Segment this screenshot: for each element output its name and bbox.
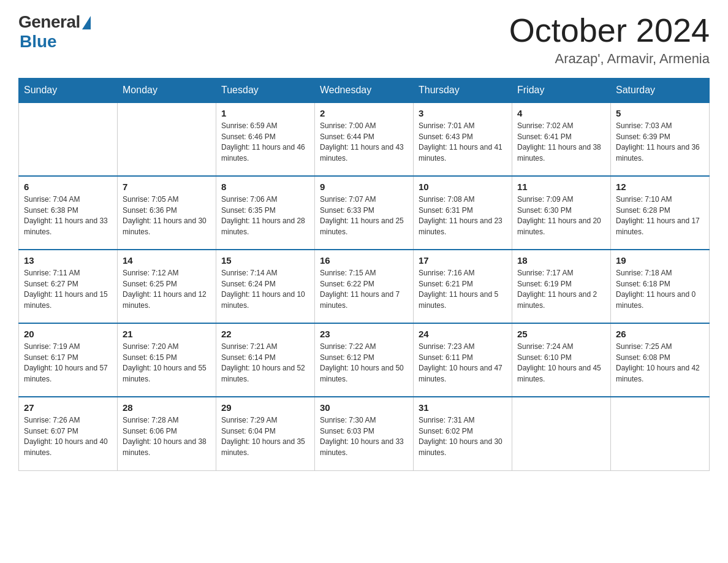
day-number: 9 [320, 182, 408, 192]
day-info: Sunrise: 7:26 AMSunset: 6:07 PMDaylight:… [24, 415, 112, 458]
calendar-day-cell: 26Sunrise: 7:25 AMSunset: 6:08 PMDayligh… [611, 323, 710, 397]
day-of-week-header: Thursday [414, 79, 512, 103]
calendar-day-cell: 7Sunrise: 7:05 AMSunset: 6:36 PMDaylight… [118, 176, 216, 250]
calendar-week-row: 20Sunrise: 7:19 AMSunset: 6:17 PMDayligh… [19, 323, 710, 397]
calendar-day-cell: 28Sunrise: 7:28 AMSunset: 6:06 PMDayligh… [118, 397, 216, 470]
day-number: 17 [419, 255, 507, 266]
day-number: 28 [123, 402, 211, 413]
calendar-day-cell [19, 102, 118, 176]
day-of-week-header: Tuesday [216, 79, 315, 103]
calendar-day-cell: 3Sunrise: 7:01 AMSunset: 6:43 PMDaylight… [414, 102, 512, 176]
calendar-day-cell: 11Sunrise: 7:09 AMSunset: 6:30 PMDayligh… [512, 176, 611, 250]
day-number: 14 [123, 255, 211, 266]
calendar-day-cell [118, 102, 216, 176]
calendar-table: SundayMondayTuesdayWednesdayThursdayFrid… [18, 78, 710, 471]
calendar-day-cell: 12Sunrise: 7:10 AMSunset: 6:28 PMDayligh… [611, 176, 710, 250]
day-info: Sunrise: 7:28 AMSunset: 6:06 PMDaylight:… [123, 415, 211, 458]
calendar-day-cell: 22Sunrise: 7:21 AMSunset: 6:14 PMDayligh… [216, 323, 315, 397]
day-number: 23 [320, 329, 408, 339]
day-info: Sunrise: 7:05 AMSunset: 6:36 PMDaylight:… [123, 194, 211, 237]
day-info: Sunrise: 7:10 AMSunset: 6:28 PMDaylight:… [616, 194, 704, 237]
calendar-week-row: 13Sunrise: 7:11 AMSunset: 6:27 PMDayligh… [19, 250, 710, 323]
day-number: 7 [123, 182, 211, 192]
calendar-day-cell: 25Sunrise: 7:24 AMSunset: 6:10 PMDayligh… [512, 323, 611, 397]
logo-general-text: General [18, 12, 80, 32]
calendar-day-cell: 16Sunrise: 7:15 AMSunset: 6:22 PMDayligh… [315, 250, 414, 323]
calendar-day-cell: 20Sunrise: 7:19 AMSunset: 6:17 PMDayligh… [19, 323, 118, 397]
calendar-day-cell: 2Sunrise: 7:00 AMSunset: 6:44 PMDaylight… [315, 102, 414, 176]
day-info: Sunrise: 7:03 AMSunset: 6:39 PMDaylight:… [616, 121, 704, 164]
day-of-week-header: Sunday [19, 79, 118, 103]
calendar-day-cell: 23Sunrise: 7:22 AMSunset: 6:12 PMDayligh… [315, 323, 414, 397]
day-info: Sunrise: 7:00 AMSunset: 6:44 PMDaylight:… [320, 121, 408, 164]
calendar-week-row: 6Sunrise: 7:04 AMSunset: 6:38 PMDaylight… [19, 176, 710, 250]
day-info: Sunrise: 7:30 AMSunset: 6:03 PMDaylight:… [320, 415, 408, 458]
page-header: General Blue October 2024 Arazap', Armav… [18, 12, 710, 67]
day-info: Sunrise: 7:18 AMSunset: 6:18 PMDaylight:… [616, 268, 704, 311]
calendar-day-cell: 31Sunrise: 7:31 AMSunset: 6:02 PMDayligh… [414, 397, 512, 470]
calendar-day-cell: 1Sunrise: 6:59 AMSunset: 6:46 PMDaylight… [216, 102, 315, 176]
calendar-day-cell: 21Sunrise: 7:20 AMSunset: 6:15 PMDayligh… [118, 323, 216, 397]
calendar-day-cell: 10Sunrise: 7:08 AMSunset: 6:31 PMDayligh… [414, 176, 512, 250]
day-info: Sunrise: 6:59 AMSunset: 6:46 PMDaylight:… [221, 121, 309, 164]
day-info: Sunrise: 7:22 AMSunset: 6:12 PMDaylight:… [320, 342, 408, 385]
logo-blue-text: Blue [20, 32, 57, 52]
calendar-day-cell: 13Sunrise: 7:11 AMSunset: 6:27 PMDayligh… [19, 250, 118, 323]
day-number: 19 [616, 255, 704, 266]
calendar-day-cell: 24Sunrise: 7:23 AMSunset: 6:11 PMDayligh… [414, 323, 512, 397]
day-number: 15 [221, 255, 309, 266]
day-info: Sunrise: 7:21 AMSunset: 6:14 PMDaylight:… [221, 342, 309, 385]
day-number: 29 [221, 402, 309, 413]
day-info: Sunrise: 7:07 AMSunset: 6:33 PMDaylight:… [320, 194, 408, 237]
calendar-day-cell: 5Sunrise: 7:03 AMSunset: 6:39 PMDaylight… [611, 102, 710, 176]
day-number: 1 [221, 108, 309, 118]
calendar-day-cell: 27Sunrise: 7:26 AMSunset: 6:07 PMDayligh… [19, 397, 118, 470]
day-info: Sunrise: 7:23 AMSunset: 6:11 PMDaylight:… [419, 342, 507, 385]
calendar-week-row: 1Sunrise: 6:59 AMSunset: 6:46 PMDaylight… [19, 102, 710, 176]
day-info: Sunrise: 7:31 AMSunset: 6:02 PMDaylight:… [419, 415, 507, 458]
day-number: 25 [517, 329, 605, 339]
day-info: Sunrise: 7:29 AMSunset: 6:04 PMDaylight:… [221, 415, 309, 458]
day-info: Sunrise: 7:16 AMSunset: 6:21 PMDaylight:… [419, 268, 507, 311]
day-number: 24 [419, 329, 507, 339]
day-number: 2 [320, 108, 408, 118]
day-of-week-header: Friday [512, 79, 611, 103]
day-info: Sunrise: 7:06 AMSunset: 6:35 PMDaylight:… [221, 194, 309, 237]
calendar-day-cell: 17Sunrise: 7:16 AMSunset: 6:21 PMDayligh… [414, 250, 512, 323]
day-info: Sunrise: 7:11 AMSunset: 6:27 PMDaylight:… [24, 268, 112, 311]
calendar-day-cell: 4Sunrise: 7:02 AMSunset: 6:41 PMDaylight… [512, 102, 611, 176]
day-number: 13 [24, 255, 112, 266]
day-of-week-header: Monday [118, 79, 216, 103]
calendar-day-cell: 6Sunrise: 7:04 AMSunset: 6:38 PMDaylight… [19, 176, 118, 250]
day-number: 6 [24, 182, 112, 192]
title-section: October 2024 Arazap', Armavir, Armenia [509, 12, 710, 67]
day-number: 21 [123, 329, 211, 339]
day-number: 27 [24, 402, 112, 413]
day-of-week-header: Saturday [611, 79, 710, 103]
calendar-day-cell: 30Sunrise: 7:30 AMSunset: 6:03 PMDayligh… [315, 397, 414, 470]
calendar-week-row: 27Sunrise: 7:26 AMSunset: 6:07 PMDayligh… [19, 397, 710, 470]
day-info: Sunrise: 7:08 AMSunset: 6:31 PMDaylight:… [419, 194, 507, 237]
day-number: 16 [320, 255, 408, 266]
day-of-week-header: Wednesday [315, 79, 414, 103]
calendar-day-cell: 29Sunrise: 7:29 AMSunset: 6:04 PMDayligh… [216, 397, 315, 470]
calendar-day-cell: 14Sunrise: 7:12 AMSunset: 6:25 PMDayligh… [118, 250, 216, 323]
day-info: Sunrise: 7:20 AMSunset: 6:15 PMDaylight:… [123, 342, 211, 385]
day-info: Sunrise: 7:15 AMSunset: 6:22 PMDaylight:… [320, 268, 408, 311]
calendar-header-row: SundayMondayTuesdayWednesdayThursdayFrid… [19, 79, 710, 103]
day-info: Sunrise: 7:02 AMSunset: 6:41 PMDaylight:… [517, 121, 605, 164]
day-number: 31 [419, 402, 507, 413]
day-number: 12 [616, 182, 704, 192]
day-info: Sunrise: 7:04 AMSunset: 6:38 PMDaylight:… [24, 194, 112, 237]
day-number: 3 [419, 108, 507, 118]
day-info: Sunrise: 7:25 AMSunset: 6:08 PMDaylight:… [616, 342, 704, 385]
day-number: 11 [517, 182, 605, 192]
calendar-day-cell: 9Sunrise: 7:07 AMSunset: 6:33 PMDaylight… [315, 176, 414, 250]
month-title: October 2024 [509, 12, 710, 48]
day-number: 26 [616, 329, 704, 339]
calendar-day-cell: 8Sunrise: 7:06 AMSunset: 6:35 PMDaylight… [216, 176, 315, 250]
day-number: 22 [221, 329, 309, 339]
day-info: Sunrise: 7:12 AMSunset: 6:25 PMDaylight:… [123, 268, 211, 311]
logo-triangle-icon [82, 16, 91, 29]
calendar-day-cell: 15Sunrise: 7:14 AMSunset: 6:24 PMDayligh… [216, 250, 315, 323]
